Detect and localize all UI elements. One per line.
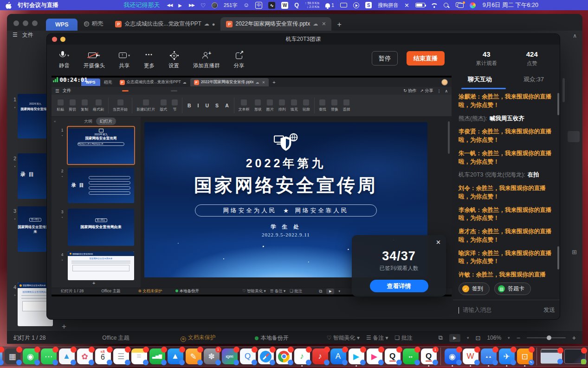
voov-meeting[interactable]: ◉	[445, 348, 460, 364]
scrollbar[interactable]	[448, 121, 450, 154]
zoom-slider[interactable]	[527, 337, 566, 338]
notes-button[interactable]: ☰ 备注 ▾	[270, 289, 286, 294]
media-prev-icon[interactable]: ◀◀	[167, 3, 173, 7]
side-tool-icon[interactable]	[568, 131, 580, 142]
side-tool-icon[interactable]	[568, 100, 580, 112]
play-options-caret[interactable]: ▾	[338, 289, 340, 293]
netease-music[interactable]: ♪	[312, 348, 328, 364]
minimize-icon[interactable]	[23, 20, 28, 26]
comments-button[interactable]: ❏ 批注	[395, 334, 413, 342]
keynote[interactable]: ▲	[168, 348, 183, 364]
active-app-name[interactable]: 钉钉会议与直播	[18, 1, 58, 9]
share-button[interactable]: ↗ 分享	[420, 88, 433, 94]
doc-protect-status[interactable]: ⊗文档未保护	[181, 334, 216, 342]
ribbon-tab[interactable]	[161, 90, 168, 92]
wps-menubar-icon[interactable]: W	[281, 2, 288, 9]
add-slide-button[interactable]: +	[62, 322, 66, 331]
apple-menu-icon[interactable]	[6, 2, 12, 9]
tab-outline[interactable]: 大纲	[84, 118, 92, 125]
close-icon[interactable]: ✕	[436, 239, 441, 246]
live-control-button[interactable]: 更多	[144, 51, 155, 69]
file-menu[interactable]: 文件	[22, 31, 33, 39]
wps-office[interactable]: W	[463, 348, 478, 364]
chevron-down-icon[interactable]	[67, 53, 69, 58]
live-control-button[interactable]: 添加直播群	[193, 51, 220, 69]
ribbon-button[interactable]: 排列	[276, 99, 288, 112]
avatar[interactable]	[441, 79, 448, 85]
close-tab-icon[interactable]: ✕	[262, 80, 265, 85]
bluetooth-icon[interactable]: ✕	[404, 2, 409, 9]
dock-divider[interactable]	[440, 348, 441, 365]
ime-chinese-icon[interactable]: 中	[255, 2, 262, 9]
send-button[interactable]: 发送	[543, 306, 555, 314]
ribbon-button[interactable]: 填充	[288, 99, 300, 112]
qq-browser[interactable]: Q	[240, 348, 256, 364]
notes[interactable]: ≡	[131, 348, 147, 364]
ribbon-button[interactable]	[182, 98, 182, 113]
control-center-icon[interactable]	[470, 2, 476, 8]
ribbon-tab[interactable]	[200, 90, 207, 92]
side-tool-icon[interactable]	[568, 116, 580, 127]
reminders[interactable]: ☰	[113, 348, 129, 364]
ribbon-button[interactable]: 版式	[157, 99, 169, 112]
slide-thumbnail-3[interactable]: 第一部分 国家网络安全宣传周由来	[68, 209, 134, 246]
spotlight-search-icon[interactable]	[444, 3, 448, 7]
pause-live-button[interactable]: 暂停	[372, 51, 398, 66]
ribbon-button[interactable]: 查找	[317, 99, 329, 112]
tab-docer[interactable]: 稻壳	[100, 78, 116, 87]
tab-slides[interactable]: 幻灯片	[96, 118, 116, 125]
ribbon-tab[interactable]	[181, 90, 187, 92]
ribbon-button[interactable]: 格式刷	[90, 99, 106, 112]
fit-window-icon[interactable]: ⊡	[475, 335, 480, 342]
messages[interactable]: ⋯	[41, 348, 57, 364]
battery-icon[interactable]	[415, 3, 425, 7]
tab-document-2[interactable]: P2022年国家网络安全宣传.pptx☁✕	[220, 17, 331, 31]
calendar[interactable]: 9月 6	[95, 348, 111, 364]
slideshow-from-start-icon[interactable]: ⧉	[439, 334, 443, 342]
mountain-app[interactable]: ▲▲	[481, 348, 497, 364]
window-preview-dark[interactable]	[564, 349, 586, 364]
settings[interactable]: ✽ 1	[204, 348, 220, 364]
end-live-button[interactable]: 结束直播	[407, 51, 445, 66]
zoom-icon[interactable]	[32, 20, 38, 26]
live-control-button[interactable]: 开摄像头	[84, 51, 105, 69]
ribbon-tab[interactable]	[142, 90, 148, 92]
finder[interactable]: ☺	[0, 348, 2, 364]
file-menu[interactable]: 文件	[63, 88, 71, 94]
display-icon[interactable]	[340, 3, 347, 7]
tab-chat[interactable]: 聊天互动	[453, 75, 507, 89]
zoom-level[interactable]: 106%	[487, 335, 501, 341]
lyrics-widget[interactable]: 我还记得那天	[124, 1, 160, 9]
ime-name[interactable]: 搜狗拼音	[378, 2, 398, 9]
ribbon-button[interactable]: S	[212, 103, 222, 108]
numbers[interactable]: ▃▅▇	[149, 348, 165, 364]
zoom-in-button[interactable]: +	[572, 334, 576, 342]
screen-record-icon[interactable]	[353, 2, 359, 8]
add-slide-button[interactable]: +	[92, 280, 95, 286]
new-tab-button[interactable]: +	[331, 19, 347, 31]
smart-beautify-button[interactable]: ♡ 智能美化 ▾	[242, 289, 266, 294]
view-details-button[interactable]: 查看详情	[370, 280, 428, 292]
media-next-icon[interactable]: ▶▶	[189, 3, 194, 7]
word-count[interactable]: 251字	[224, 2, 237, 9]
notes-button[interactable]: ☰ 备注 ▾	[366, 334, 388, 342]
live-control-button[interactable]: 共享	[119, 51, 130, 69]
ribbon-button[interactable]: 复制	[78, 99, 90, 112]
collapse-ribbon-icon[interactable]: ∧	[573, 33, 577, 39]
facetime[interactable]: ◉	[23, 348, 39, 364]
ribbon-button[interactable]: B	[184, 103, 194, 108]
ribbon-button[interactable]: 文本框	[236, 99, 252, 112]
window-preview-wps[interactable]	[541, 349, 562, 364]
live-tv-app[interactable]: ⊡ ✎	[517, 348, 533, 364]
qq-2[interactable]: Q 1	[421, 348, 437, 364]
chat-input[interactable]: 请输入消息	[463, 306, 540, 314]
tencent-video[interactable]: ▶	[349, 348, 364, 364]
tab-docer[interactable]: 稻壳	[78, 17, 110, 31]
live-control-button[interactable]: 分享	[234, 51, 245, 69]
ribbon-button[interactable]: 新建幻灯片	[134, 99, 157, 112]
ribbon-button[interactable]: 替换	[329, 99, 341, 112]
play-slideshow-button[interactable]: ▶	[326, 289, 334, 294]
wechat[interactable]: ●●	[403, 348, 419, 364]
ribbon-tab[interactable]	[122, 90, 129, 92]
theme-label[interactable]: Office 主题	[102, 334, 129, 342]
